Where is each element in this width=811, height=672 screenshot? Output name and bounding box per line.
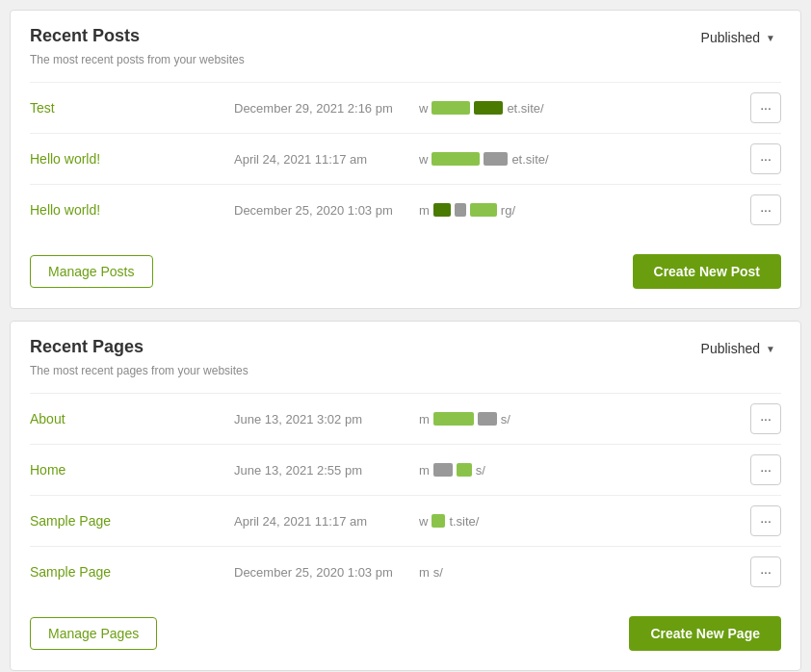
url-block — [433, 203, 451, 217]
post-date: June 13, 2021 2:55 pm — [234, 463, 407, 478]
chevron-down-icon: ▼ — [766, 344, 775, 354]
url-block — [455, 203, 466, 217]
url-block — [433, 412, 474, 426]
url-block — [433, 463, 453, 477]
posts-list: TestDecember 29, 2021 2:16 pmwet.site/··… — [30, 82, 781, 235]
table-row: Hello world!April 24, 2021 11:17 amwet.s… — [30, 133, 781, 184]
create-new-page-button[interactable]: Create New Page — [629, 616, 781, 651]
url-suffix: s/ — [476, 463, 485, 478]
table-row: AboutJune 13, 2021 3:02 pmms/··· — [30, 393, 781, 444]
chevron-down-icon: ▼ — [766, 33, 775, 43]
pages-filter-label: Published — [701, 341, 761, 356]
url-prefix: m — [419, 565, 430, 580]
url-suffix: rg/ — [501, 203, 515, 218]
post-title[interactable]: Sample Page — [30, 564, 222, 580]
url-block — [432, 152, 480, 166]
posts-card-header: Recent Posts Published ▼ — [30, 26, 781, 49]
more-options-button[interactable]: ··· — [750, 505, 781, 536]
post-date: December 25, 2020 1:03 pm — [234, 203, 407, 218]
url-prefix: w — [419, 514, 428, 529]
post-date: December 29, 2021 2:16 pm — [234, 101, 407, 116]
post-url-area: ms/ — [419, 412, 739, 426]
more-options-button[interactable]: ··· — [750, 556, 781, 587]
pages-card-title: Recent Pages — [30, 337, 144, 357]
post-title[interactable]: Sample Page — [30, 513, 222, 529]
pages-card-footer: Manage Pages Create New Page — [30, 616, 781, 651]
posts-card-title: Recent Posts — [30, 26, 140, 46]
url-suffix: s/ — [501, 412, 510, 426]
post-title[interactable]: About — [30, 411, 222, 426]
url-suffix: s/ — [433, 565, 443, 580]
post-date: June 13, 2021 3:02 pm — [234, 412, 407, 426]
pages-card-header: Recent Pages Published ▼ — [30, 337, 781, 360]
post-url-area: ms/ — [419, 463, 739, 478]
url-prefix: w — [419, 152, 428, 167]
url-block — [432, 101, 470, 115]
more-options-button[interactable]: ··· — [750, 403, 781, 434]
post-title[interactable]: Hello world! — [30, 151, 222, 167]
url-block — [457, 463, 472, 477]
url-suffix: t.site/ — [449, 514, 479, 529]
url-prefix: m — [419, 463, 430, 478]
posts-card-subtitle: The most recent posts from your websites — [30, 53, 781, 66]
table-row: Sample PageDecember 25, 2020 1:03 pmms/·… — [30, 546, 781, 597]
create-new-post-button[interactable]: Create New Post — [633, 254, 781, 289]
manage-pages-button[interactable]: Manage Pages — [30, 617, 157, 650]
url-suffix: et.site/ — [507, 101, 543, 116]
posts-filter-label: Published — [701, 30, 761, 45]
pages-filter-dropdown[interactable]: Published ▼ — [695, 337, 781, 360]
post-url-area: wet.site/ — [419, 152, 739, 167]
post-date: April 24, 2021 11:17 am — [234, 514, 407, 529]
url-block — [432, 514, 445, 528]
url-block — [484, 152, 508, 166]
post-url-area: wt.site/ — [419, 514, 739, 529]
post-date: December 25, 2020 1:03 pm — [234, 565, 407, 580]
url-prefix: w — [419, 101, 428, 116]
table-row: Sample PageApril 24, 2021 11:17 amwt.sit… — [30, 495, 781, 546]
more-options-button[interactable]: ··· — [750, 454, 781, 485]
table-row: Hello world!December 25, 2020 1:03 pmmrg… — [30, 184, 781, 235]
url-suffix: et.site/ — [511, 152, 548, 167]
post-url-area: ms/ — [419, 565, 739, 580]
post-title[interactable]: Hello world! — [30, 202, 222, 218]
post-url-area: wet.site/ — [419, 101, 739, 116]
pages-card-subtitle: The most recent pages from your websites — [30, 364, 781, 377]
url-block — [478, 412, 497, 426]
more-options-button[interactable]: ··· — [750, 194, 781, 225]
post-title[interactable]: Test — [30, 100, 222, 116]
table-row: TestDecember 29, 2021 2:16 pmwet.site/··… — [30, 82, 781, 133]
table-row: HomeJune 13, 2021 2:55 pmms/··· — [30, 444, 781, 495]
url-block — [470, 203, 497, 217]
url-prefix: m — [419, 203, 430, 218]
more-options-button[interactable]: ··· — [750, 92, 781, 123]
pages-list: AboutJune 13, 2021 3:02 pmms/···HomeJune… — [30, 393, 781, 597]
more-options-button[interactable]: ··· — [750, 143, 781, 174]
posts-card-footer: Manage Posts Create New Post — [30, 254, 781, 289]
post-date: April 24, 2021 11:17 am — [234, 152, 407, 167]
pages-card: Recent Pages Published ▼ The most recent… — [10, 321, 801, 671]
post-url-area: mrg/ — [419, 203, 739, 218]
post-title[interactable]: Home — [30, 462, 222, 478]
url-prefix: m — [419, 412, 430, 426]
manage-posts-button[interactable]: Manage Posts — [30, 255, 153, 288]
url-block — [474, 101, 503, 115]
posts-filter-dropdown[interactable]: Published ▼ — [695, 26, 781, 49]
posts-card: Recent Posts Published ▼ The most recent… — [10, 10, 801, 309]
